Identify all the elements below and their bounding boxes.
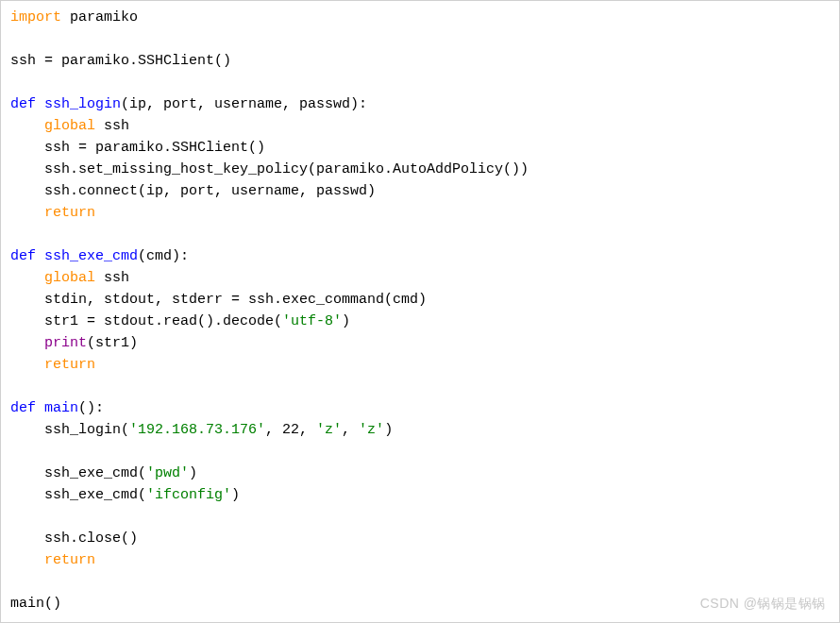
keyword-return: return (10, 357, 95, 373)
keyword-global: global (10, 118, 95, 134)
keyword-import: import (10, 9, 61, 25)
keyword-print: print (10, 335, 87, 351)
code-part: ssh_login( (10, 422, 129, 438)
code-part: ) (231, 487, 240, 503)
code-block: import paramiko ssh = paramiko.SSHClient… (1, 1, 839, 620)
code-part: (str1) (87, 335, 138, 351)
function-name: main (36, 400, 78, 416)
watermark-text: CSDN @锅锅是锅锅 (700, 593, 826, 615)
module-name: paramiko (61, 9, 138, 25)
string-literal: 'z' (359, 422, 384, 438)
code-line: ssh.connect(ip, port, username, passwd) (10, 183, 376, 199)
keyword-global: global (10, 270, 95, 286)
code-line: stdin, stdout, stderr = ssh.exec_command… (10, 292, 427, 308)
code-part: ) (342, 313, 350, 329)
code-part: ssh_exe_cmd( (10, 487, 146, 503)
keyword-def: def (10, 400, 36, 416)
string-literal: '192.168.73.176' (129, 422, 265, 438)
string-literal: 'utf-8' (282, 313, 342, 329)
var-name: ssh (95, 118, 129, 134)
string-literal: 'ifconfig' (146, 487, 231, 503)
params: (ip, port, username, passwd): (121, 96, 367, 112)
string-literal: 'z' (316, 422, 342, 438)
string-literal: 'pwd' (146, 465, 189, 481)
code-part: str1 = stdout.read().decode( (10, 313, 282, 329)
function-name: ssh_login (36, 96, 121, 112)
code-part: , (342, 422, 359, 438)
code-part: , 22, (265, 422, 316, 438)
code-part: ) (384, 422, 393, 438)
code-line: ssh.set_missing_host_key_policy(paramiko… (10, 161, 529, 177)
code-part: ssh_exe_cmd( (10, 465, 146, 481)
code-line: main() (10, 596, 61, 612)
keyword-def: def (10, 248, 36, 264)
keyword-def: def (10, 96, 36, 112)
keyword-return: return (10, 205, 95, 221)
params: (): (78, 400, 104, 416)
code-part: ) (189, 465, 197, 481)
function-name: ssh_exe_cmd (36, 248, 138, 264)
code-line: ssh = paramiko.SSHClient() (10, 53, 231, 69)
code-line: ssh.close() (10, 530, 138, 547)
var-name: ssh (95, 270, 129, 286)
params: (cmd): (138, 248, 189, 264)
code-line: ssh = paramiko.SSHClient() (10, 140, 265, 156)
keyword-return: return (10, 552, 95, 568)
